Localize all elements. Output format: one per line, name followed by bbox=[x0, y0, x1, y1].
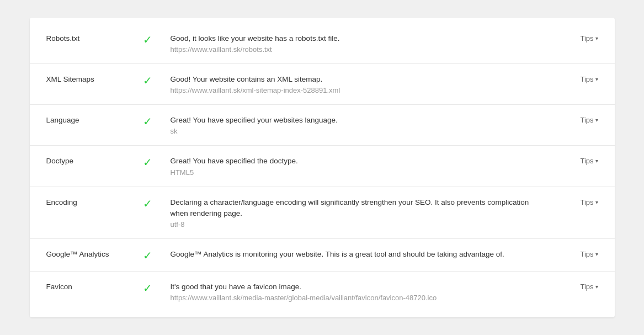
label-google-analytics: Google™ Analytics bbox=[46, 249, 143, 258]
tips-button-doctype[interactable]: Tips▾ bbox=[560, 157, 598, 165]
label-xml-sitemaps: XML Sitemaps bbox=[46, 74, 143, 83]
main-text-encoding: Declaring a character/language encoding … bbox=[171, 197, 549, 220]
tips-label: Tips bbox=[580, 283, 593, 291]
content-xml-sitemaps: Good! Your website contains an XML sitem… bbox=[171, 74, 560, 94]
chevron-down-icon: ▾ bbox=[595, 251, 598, 257]
tips-label: Tips bbox=[580, 116, 593, 124]
tips-language[interactable]: Tips▾ bbox=[560, 115, 598, 124]
label-doctype: Doctype bbox=[46, 156, 143, 165]
row-favicon: Favicon✓It's good that you have a favico… bbox=[30, 272, 615, 312]
content-robots-txt: Good, it looks like your website has a r… bbox=[171, 33, 560, 54]
main-text-google-analytics: Google™ Analytics is monitoring your web… bbox=[171, 249, 549, 260]
chevron-down-icon: ▾ bbox=[595, 199, 598, 205]
content-google-analytics: Google™ Analytics is monitoring your web… bbox=[171, 249, 560, 260]
check-doctype: ✓ bbox=[143, 156, 171, 168]
main-text-language: Great! You have specified your websites … bbox=[171, 115, 549, 126]
tips-button-google-analytics[interactable]: Tips▾ bbox=[560, 250, 598, 258]
content-language: Great! You have specified your websites … bbox=[171, 115, 560, 135]
label-robots-txt: Robots.txt bbox=[46, 33, 143, 42]
row-xml-sitemaps: XML Sitemaps✓Good! Your website contains… bbox=[30, 64, 615, 105]
tips-label: Tips bbox=[580, 198, 593, 206]
check-favicon: ✓ bbox=[143, 281, 171, 294]
tips-button-xml-sitemaps[interactable]: Tips▾ bbox=[560, 75, 598, 83]
chevron-down-icon: ▾ bbox=[595, 35, 598, 41]
tips-encoding[interactable]: Tips▾ bbox=[560, 197, 598, 206]
row-encoding: Encoding✓Declaring a character/language … bbox=[30, 187, 615, 240]
tips-doctype[interactable]: Tips▾ bbox=[560, 156, 598, 165]
tips-xml-sitemaps[interactable]: Tips▾ bbox=[560, 74, 598, 83]
tips-robots-txt[interactable]: Tips▾ bbox=[560, 33, 598, 42]
content-encoding: Declaring a character/language encoding … bbox=[171, 197, 560, 229]
check-xml-sitemaps: ✓ bbox=[143, 74, 171, 86]
sub-text-xml-sitemaps: https://www.vaillant.sk/xml-sitemap-inde… bbox=[171, 86, 549, 94]
tips-google-analytics[interactable]: Tips▾ bbox=[560, 249, 598, 258]
row-doctype: Doctype✓Great! You have specified the do… bbox=[30, 146, 615, 187]
tips-button-favicon[interactable]: Tips▾ bbox=[560, 283, 598, 291]
checkmark-icon: ✓ bbox=[143, 283, 152, 294]
main-text-xml-sitemaps: Good! Your website contains an XML sitem… bbox=[171, 74, 549, 85]
main-text-favicon: It's good that you have a favicon image. bbox=[171, 281, 549, 293]
sub-text-encoding: utf-8 bbox=[171, 220, 549, 228]
label-favicon: Favicon bbox=[46, 281, 143, 291]
sub-text-robots-txt: https://www.vaillant.sk/robots.txt bbox=[171, 45, 549, 54]
content-doctype: Great! You have specified the doctype.HT… bbox=[171, 156, 560, 176]
seo-results-card: Robots.txt✓Good, it looks like your webs… bbox=[30, 18, 615, 318]
row-robots-txt: Robots.txt✓Good, it looks like your webs… bbox=[30, 23, 615, 64]
check-google-analytics: ✓ bbox=[143, 249, 171, 261]
checkmark-icon: ✓ bbox=[143, 116, 152, 127]
checkmark-icon: ✓ bbox=[143, 250, 152, 261]
check-robots-txt: ✓ bbox=[143, 33, 171, 45]
tips-label: Tips bbox=[580, 250, 593, 258]
label-language: Language bbox=[46, 115, 143, 124]
label-encoding: Encoding bbox=[46, 197, 143, 206]
tips-button-language[interactable]: Tips▾ bbox=[560, 116, 598, 124]
row-language: Language✓Great! You have specified your … bbox=[30, 105, 615, 146]
sub-text-language: sk bbox=[171, 127, 549, 135]
check-language: ✓ bbox=[143, 115, 171, 127]
tips-button-encoding[interactable]: Tips▾ bbox=[560, 198, 598, 206]
tips-label: Tips bbox=[580, 157, 593, 165]
chevron-down-icon: ▾ bbox=[595, 76, 598, 82]
sub-text-doctype: HTML5 bbox=[171, 168, 549, 177]
main-text-doctype: Great! You have specified the doctype. bbox=[171, 156, 549, 167]
checkmark-icon: ✓ bbox=[143, 34, 152, 45]
main-text-robots-txt: Good, it looks like your website has a r… bbox=[171, 33, 549, 44]
checkmark-icon: ✓ bbox=[143, 198, 152, 209]
tips-label: Tips bbox=[580, 75, 593, 83]
chevron-down-icon: ▾ bbox=[595, 158, 598, 164]
tips-label: Tips bbox=[580, 34, 593, 42]
tips-favicon[interactable]: Tips▾ bbox=[560, 281, 598, 291]
row-google-analytics: Google™ Analytics✓Google™ Analytics is m… bbox=[30, 239, 615, 272]
chevron-down-icon: ▾ bbox=[595, 284, 598, 290]
checkmark-icon: ✓ bbox=[143, 75, 152, 86]
chevron-down-icon: ▾ bbox=[595, 117, 598, 123]
checkmark-icon: ✓ bbox=[143, 157, 152, 168]
sub-text-favicon: https://www.vaillant.sk/media-master/glo… bbox=[171, 294, 549, 302]
content-favicon: It's good that you have a favicon image.… bbox=[171, 281, 560, 302]
check-encoding: ✓ bbox=[143, 197, 171, 209]
tips-button-robots-txt[interactable]: Tips▾ bbox=[560, 34, 598, 42]
